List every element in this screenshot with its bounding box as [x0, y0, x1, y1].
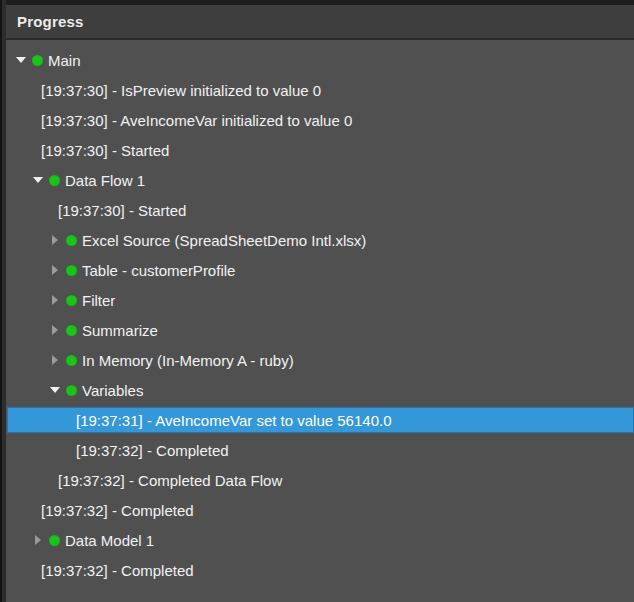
- log-message[interactable]: [19:37:30] - IsPreview initialized to va…: [0, 75, 634, 105]
- status-dot-icon: [49, 175, 60, 186]
- tree-node[interactable]: Table - customerProfile: [0, 255, 634, 285]
- progress-tree: Main [19:37:30] - IsPreview initialized …: [0, 40, 634, 585]
- log-message[interactable]: [19:37:30] - Started: [0, 135, 634, 165]
- status-dot-icon: [66, 235, 77, 246]
- tree-node[interactable]: In Memory (In-Memory A - ruby): [0, 345, 634, 375]
- expand-arrow-icon[interactable]: [50, 384, 61, 396]
- panel-header: Progress: [0, 5, 634, 40]
- tree-node[interactable]: Main: [0, 45, 634, 75]
- status-dot-icon: [32, 55, 43, 66]
- tree-node[interactable]: Excel Source (SpreadSheetDemo Intl.xlsx): [0, 225, 634, 255]
- collapse-arrow-icon[interactable]: [50, 294, 61, 306]
- collapse-arrow-icon[interactable]: [50, 324, 61, 336]
- log-message[interactable]: [19:37:32] - Completed Data Flow: [0, 465, 634, 495]
- tree-node[interactable]: Variables: [0, 375, 634, 405]
- tree-node[interactable]: Data Model 1: [0, 525, 634, 555]
- status-dot-icon: [66, 295, 77, 306]
- log-message[interactable]: [19:37:30] - AveIncomeVar initialized to…: [0, 105, 634, 135]
- tree-node[interactable]: Data Flow 1: [0, 165, 634, 195]
- collapse-arrow-icon[interactable]: [50, 264, 61, 276]
- status-dot-icon: [66, 385, 77, 396]
- panel-title: Progress: [17, 13, 84, 30]
- expand-arrow-icon[interactable]: [33, 174, 44, 186]
- status-dot-icon: [66, 265, 77, 276]
- log-message[interactable]: [19:37:30] - Started: [0, 195, 634, 225]
- expand-arrow-icon[interactable]: [16, 54, 27, 66]
- log-message[interactable]: [19:37:32] - Completed: [0, 435, 634, 465]
- status-dot-icon: [66, 355, 77, 366]
- status-dot-icon: [66, 325, 77, 336]
- collapse-arrow-icon[interactable]: [50, 234, 61, 246]
- log-message[interactable]: [19:37:32] - Completed: [0, 555, 634, 585]
- collapse-arrow-icon[interactable]: [50, 354, 61, 366]
- panel-left-border: [2, 0, 6, 602]
- tree-node[interactable]: Filter: [0, 285, 634, 315]
- selected-log-message[interactable]: [19:37:31] - AveIncomeVar set to value 5…: [7, 407, 634, 433]
- tree-node[interactable]: Summarize: [0, 315, 634, 345]
- status-dot-icon: [49, 535, 60, 546]
- log-message[interactable]: [19:37:32] - Completed: [0, 495, 634, 525]
- progress-panel: Progress Main [19:37:30] - IsPreview ini…: [0, 0, 634, 602]
- collapse-arrow-icon[interactable]: [33, 534, 44, 546]
